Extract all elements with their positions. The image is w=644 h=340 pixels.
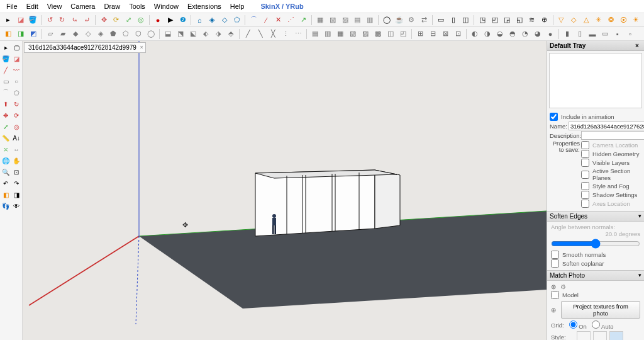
scene-desc-input[interactable] [581,131,644,140]
face3-icon[interactable]: ▦ [335,28,346,40]
check-active-section[interactable] [581,171,589,179]
layers-icon[interactable]: ≋ [526,14,538,26]
include-animation-checkbox[interactable] [550,113,558,121]
check-axes-location[interactable] [581,200,589,208]
shape4-icon[interactable]: ◇ [82,28,94,40]
ext4-icon[interactable]: ◓ [507,28,518,40]
offset-tool-icon[interactable]: ◎ [11,122,21,132]
box-blue-icon[interactable]: ◩ [28,28,39,40]
win1-icon[interactable]: ▭ [435,14,447,26]
face5-icon[interactable]: ▨ [360,28,371,40]
sketch4-icon[interactable]: ✳ [593,14,604,26]
import5-icon[interactable]: ⬗ [213,28,224,40]
shape1-icon[interactable]: ▱ [45,28,56,40]
arc1-icon[interactable]: ⌒ [248,14,259,26]
edge5-icon[interactable]: ⋯ [292,28,304,40]
followme-tool-icon[interactable]: ↻ [11,99,21,109]
shape6-icon[interactable]: ⬟ [108,28,119,40]
cube2-icon[interactable]: ◰ [489,14,501,26]
ext6-icon[interactable]: ◕ [532,28,543,40]
offset-icon[interactable]: ◎ [135,14,147,26]
pan-tool-icon[interactable]: ✋ [11,156,21,166]
dim-tool-icon[interactable]: ↔ [11,144,21,154]
rotate-tool-icon[interactable]: ⟳ [11,110,21,120]
cam1-icon[interactable]: ⌂ [194,14,205,26]
sketch3-icon[interactable]: △ [580,14,592,26]
tray-close-icon[interactable]: × [635,42,641,48]
freehand-tool-icon[interactable]: 〰 [11,65,21,75]
brush4-icon[interactable]: ⤾ [81,14,92,26]
sketch7-icon[interactable]: ☀ [630,14,641,26]
project-textures-button[interactable]: Project textures from photo [561,301,640,319]
teapot-icon[interactable]: ☕ [394,14,405,26]
cam4-icon[interactable]: ⬠ [231,14,243,26]
target-icon[interactable]: ⊕ [551,307,556,314]
rotate-icon[interactable]: ⟳ [111,14,122,26]
orbit-tool-icon[interactable]: 🌐 [1,156,11,166]
box-green-icon[interactable]: ◨ [15,28,26,40]
play-icon[interactable]: ▶ [165,14,176,26]
render4-icon[interactable]: ▭ [599,28,611,40]
box-orange-icon[interactable]: ◧ [3,28,14,40]
ext3-icon[interactable]: ◒ [494,28,506,40]
scale-tool-icon[interactable]: ⤢ [1,122,11,132]
tape-tool-icon[interactable]: 📏 [1,133,11,143]
shape2-icon[interactable]: ▰ [57,28,69,40]
ext2-icon[interactable]: ◑ [482,28,493,40]
menu-view[interactable]: View [43,1,66,11]
cam3-icon[interactable]: ◇ [219,14,230,26]
sketch6-icon[interactable]: ⦿ [618,14,629,26]
line2-icon[interactable]: ✕ [273,14,284,26]
edge4-icon[interactable]: ⋮ [280,28,291,40]
check-style-fog[interactable] [581,182,589,190]
win2-icon[interactable]: ▯ [448,14,459,26]
viewport[interactable]: 316d126a33644ace9127628142d9979 × ✥ [23,41,547,340]
walk-tool-icon[interactable]: 👣 [1,201,11,211]
rect-tool-icon[interactable]: ▭ [1,76,11,86]
line4-icon[interactable]: ↗ [297,14,309,26]
render1-icon[interactable]: ▮ [562,28,573,40]
comp5-icon[interactable]: ▥ [364,14,375,26]
zoom-tool-icon[interactable]: 🔍 [1,167,11,177]
sketch1-icon[interactable]: ▽ [556,14,567,26]
edge1-icon[interactable]: ╱ [242,28,253,40]
soften-coplanar-checkbox[interactable] [551,259,559,268]
comp1-icon[interactable]: ▦ [314,14,326,26]
eraser-icon[interactable]: ◪ [15,14,26,26]
comp3-icon[interactable]: ▨ [340,14,351,26]
look-tool-icon[interactable]: 👁 [11,201,21,211]
match-photo-section[interactable]: Match Photo ▾ [547,270,644,281]
style-swatch-2[interactable] [593,331,607,340]
view4-icon[interactable]: ⊡ [452,28,464,40]
soften-edges-section[interactable]: Soften Edges ▾ [547,211,644,222]
shape5-icon[interactable]: ◈ [95,28,106,40]
face8-icon[interactable]: ◰ [397,28,409,40]
globe-icon[interactable]: ⊕ [539,14,550,26]
move-icon[interactable]: ✥ [98,14,109,26]
axes-tool-icon[interactable]: ⤫ [1,144,11,154]
move-tool-icon[interactable]: ✥ [1,110,11,120]
line3-icon[interactable]: ⋰ [286,14,297,26]
line1-icon[interactable]: ∕ [260,14,272,26]
face1-icon[interactable]: ▤ [309,28,321,40]
brush1-icon[interactable]: ↺ [44,14,55,26]
collapse-icon[interactable]: ▾ [638,213,641,219]
line-tool-icon[interactable]: ╱ [1,65,11,75]
import2-icon[interactable]: ⬔ [175,28,186,40]
view1-icon[interactable]: ⊞ [414,28,426,40]
menu-camera[interactable]: Camera [67,1,99,11]
add-match-icon[interactable]: ⊕ [551,283,556,290]
grid-auto-radio[interactable] [592,320,600,329]
poly-tool-icon[interactable]: ⬠ [11,88,21,98]
angle-slider[interactable] [551,239,640,249]
face2-icon[interactable]: ▥ [322,28,333,40]
check-shadow-settings[interactable] [581,191,589,199]
model-checkbox[interactable] [551,291,559,299]
zoomwin-tool-icon[interactable]: ⊡ [11,167,21,177]
gear1-icon[interactable]: ⚙ [406,14,417,26]
check-visible-layers[interactable] [581,159,589,167]
menu-window[interactable]: Window [150,1,182,11]
check-hidden-geometry[interactable] [581,150,589,158]
next-tool-icon[interactable]: ↷ [11,178,21,188]
plugin1-icon[interactable]: ❷ [177,14,189,26]
